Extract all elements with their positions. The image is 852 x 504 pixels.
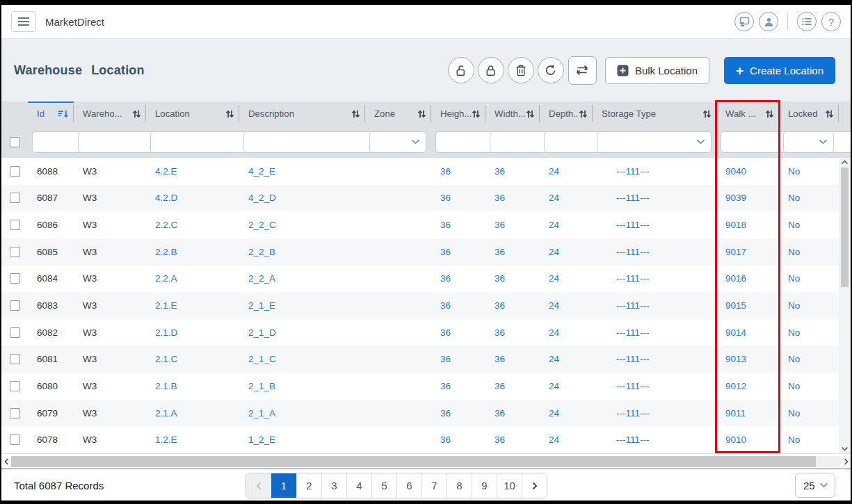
cell-height[interactable]: 36 bbox=[431, 166, 485, 177]
row-checkbox[interactable] bbox=[10, 273, 20, 284]
column-header-locked[interactable]: Locked bbox=[779, 101, 839, 126]
cell-walk[interactable]: 9039 bbox=[716, 193, 779, 203]
cell-depth[interactable]: 24 bbox=[540, 247, 593, 257]
cell-width[interactable]: 36 bbox=[485, 300, 540, 311]
column-header-warehouse[interactable]: Wareho... bbox=[74, 101, 146, 126]
help-icon[interactable]: ? bbox=[821, 12, 841, 31]
row-checkbox[interactable] bbox=[10, 327, 20, 338]
cell-depth[interactable]: 24 bbox=[540, 327, 593, 338]
cell-location[interactable]: 2.1.D bbox=[146, 327, 239, 338]
cell-height[interactable]: 36 bbox=[431, 300, 485, 311]
cell-depth[interactable]: 24 bbox=[540, 193, 593, 203]
delete-button[interactable] bbox=[508, 57, 534, 83]
cell-description[interactable]: 2_1_E bbox=[239, 300, 365, 311]
cell-storage_type[interactable]: ---111--- bbox=[593, 327, 716, 338]
cell-description[interactable]: 4_2_D bbox=[239, 193, 365, 203]
filter-select-storage_type[interactable] bbox=[597, 131, 712, 153]
cell-depth[interactable]: 24 bbox=[540, 300, 593, 311]
cell-walk[interactable]: 9010 bbox=[716, 434, 779, 445]
cell-location[interactable]: 2.1.C bbox=[146, 354, 239, 364]
cell-storage_type[interactable]: ---111--- bbox=[593, 247, 716, 257]
row-checkbox[interactable] bbox=[10, 300, 20, 311]
cell-depth[interactable]: 24 bbox=[540, 354, 593, 364]
page-button-3[interactable]: 3 bbox=[321, 473, 346, 498]
transfer-button[interactable] bbox=[568, 56, 597, 85]
cell-walk[interactable]: 9014 bbox=[716, 327, 779, 338]
column-header-zone[interactable]: Zone bbox=[365, 101, 431, 126]
cell-walk[interactable]: 9018 bbox=[716, 220, 779, 230]
cell-location[interactable]: 2.2.A bbox=[146, 273, 239, 284]
cell-description[interactable]: 2_1_D bbox=[239, 327, 365, 338]
cell-location[interactable]: 2.1.B bbox=[146, 381, 239, 391]
column-header-location[interactable]: Location bbox=[146, 101, 239, 126]
scroll-right-icon[interactable] bbox=[841, 458, 851, 465]
filter-select-locked[interactable] bbox=[783, 131, 834, 153]
cell-locked[interactable]: No bbox=[779, 193, 839, 203]
cell-depth[interactable]: 24 bbox=[540, 220, 593, 230]
cell-location[interactable]: 2.1.E bbox=[146, 300, 239, 311]
user-icon[interactable] bbox=[759, 12, 778, 31]
row-checkbox[interactable] bbox=[10, 220, 20, 230]
cell-height[interactable]: 36 bbox=[431, 193, 485, 203]
cell-width[interactable]: 36 bbox=[485, 381, 540, 391]
cell-storage_type[interactable]: ---111--- bbox=[593, 193, 716, 203]
cell-height[interactable]: 36 bbox=[431, 381, 485, 391]
cell-height[interactable]: 36 bbox=[431, 247, 485, 257]
next-page-button[interactable] bbox=[522, 473, 547, 498]
cell-locked[interactable]: No bbox=[779, 220, 839, 230]
cell-width[interactable]: 36 bbox=[485, 273, 540, 284]
cell-depth[interactable]: 24 bbox=[540, 166, 593, 177]
create-location-button[interactable]: + Create Location bbox=[724, 57, 835, 84]
filter-select-zone[interactable] bbox=[369, 131, 426, 153]
cell-description[interactable]: 2_1_B bbox=[239, 381, 365, 391]
cell-locked[interactable]: No bbox=[779, 300, 839, 311]
cell-height[interactable]: 36 bbox=[431, 220, 485, 230]
row-checkbox[interactable] bbox=[10, 166, 20, 177]
cell-description[interactable]: 2_1_A bbox=[239, 408, 365, 418]
page-size-select[interactable]: 25 bbox=[795, 473, 835, 498]
unlock-button[interactable] bbox=[448, 57, 474, 83]
horizontal-scroll-thumb[interactable] bbox=[11, 456, 816, 467]
cell-storage_type[interactable]: ---111--- bbox=[593, 166, 716, 177]
cell-description[interactable]: 2_2_A bbox=[239, 273, 365, 284]
page-button-9[interactable]: 9 bbox=[472, 473, 497, 498]
page-button-8[interactable]: 8 bbox=[447, 473, 472, 498]
hamburger-menu-button[interactable] bbox=[11, 11, 36, 32]
row-checkbox[interactable] bbox=[10, 381, 20, 391]
page-button-6[interactable]: 6 bbox=[396, 473, 421, 498]
cell-height[interactable]: 36 bbox=[431, 434, 485, 445]
cell-description[interactable]: 2_1_C bbox=[239, 354, 365, 364]
cell-storage_type[interactable]: ---111--- bbox=[593, 408, 716, 418]
lock-button[interactable] bbox=[478, 57, 504, 83]
screen-share-icon[interactable] bbox=[734, 12, 754, 31]
cell-location[interactable]: 2.2.C bbox=[146, 220, 239, 230]
cell-height[interactable]: 36 bbox=[431, 354, 485, 364]
vertical-scrollbar[interactable] bbox=[839, 158, 851, 453]
column-header-id[interactable]: Id bbox=[28, 101, 74, 126]
prev-page-button[interactable] bbox=[246, 473, 271, 498]
cell-location[interactable]: 2.1.A bbox=[146, 408, 239, 418]
cell-width[interactable]: 36 bbox=[485, 327, 540, 338]
cell-width[interactable]: 36 bbox=[485, 247, 540, 257]
row-checkbox[interactable] bbox=[10, 354, 20, 364]
cell-walk[interactable]: 9011 bbox=[716, 408, 779, 418]
cell-depth[interactable]: 24 bbox=[540, 381, 593, 391]
cell-width[interactable]: 36 bbox=[485, 220, 540, 230]
cell-walk[interactable]: 9012 bbox=[716, 381, 779, 391]
cell-locked[interactable]: No bbox=[779, 327, 839, 338]
cell-storage_type[interactable]: ---111--- bbox=[593, 354, 716, 364]
page-button-4[interactable]: 4 bbox=[346, 473, 371, 498]
cell-location[interactable]: 4.2.D bbox=[146, 193, 239, 203]
cell-walk[interactable]: 9015 bbox=[716, 300, 779, 311]
cell-depth[interactable]: 24 bbox=[540, 408, 593, 418]
cell-description[interactable]: 2_2_B bbox=[239, 247, 365, 257]
cell-storage_type[interactable]: ---111--- bbox=[593, 220, 716, 230]
cell-locked[interactable]: No bbox=[779, 381, 839, 391]
cell-storage_type[interactable]: ---111--- bbox=[593, 300, 716, 311]
scroll-left-icon[interactable] bbox=[1, 458, 11, 465]
list-menu-icon[interactable] bbox=[797, 12, 817, 31]
column-header-height[interactable]: Heigh... bbox=[431, 101, 485, 126]
cell-height[interactable]: 36 bbox=[431, 327, 485, 338]
cell-description[interactable]: 4_2_E bbox=[239, 166, 365, 177]
cell-walk[interactable]: 9016 bbox=[716, 273, 779, 284]
